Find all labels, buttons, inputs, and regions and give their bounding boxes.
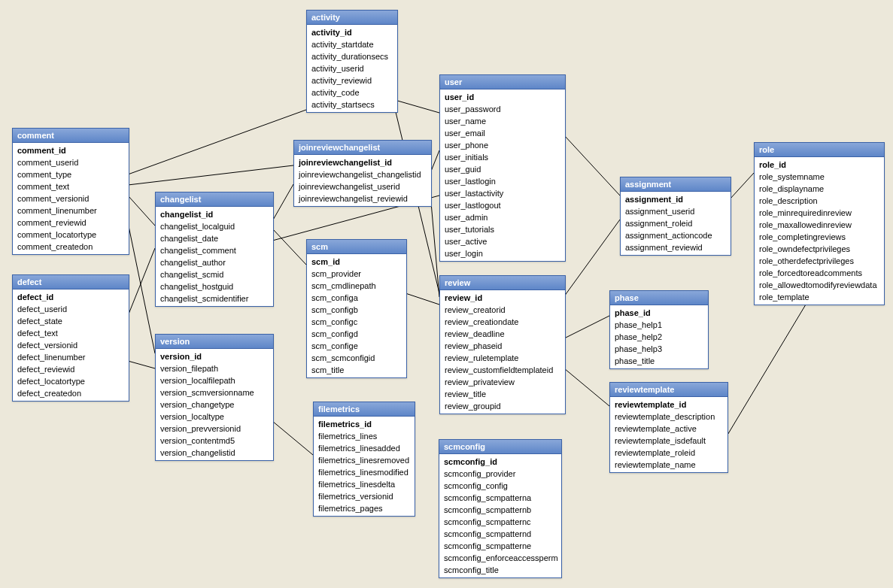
column-user_initials[interactable]: user_initials <box>440 151 565 163</box>
column-joinreviewchangelist_id[interactable]: joinreviewchangelist_id <box>294 156 431 168</box>
column-review_phaseid[interactable]: review_phaseid <box>440 340 565 352</box>
table-header[interactable]: scmconfig <box>439 440 561 454</box>
table-phase[interactable]: phasephase_idphase_help1phase_help2phase… <box>609 290 709 369</box>
column-reviewtemplate_id[interactable]: reviewtemplate_id <box>610 399 727 411</box>
table-header[interactable]: reviewtemplate <box>610 383 727 397</box>
column-role_allowedtomodifyreviewdata[interactable]: role_allowedtomodifyreviewdata <box>755 279 884 291</box>
column-filemetrics_versionid[interactable]: filemetrics_versionid <box>314 490 415 502</box>
column-changelist_id[interactable]: changelist_id <box>156 208 273 220</box>
column-assignment_reviewid[interactable]: assignment_reviewid <box>621 241 730 253</box>
table-header[interactable]: filemetrics <box>314 402 415 417</box>
column-scm_configd[interactable]: scm_configd <box>307 328 406 340</box>
column-comment_createdon[interactable]: comment_createdon <box>13 241 129 253</box>
column-user_admin[interactable]: user_admin <box>440 211 565 223</box>
table-header[interactable]: version <box>156 335 273 349</box>
column-comment_linenumber[interactable]: comment_linenumber <box>13 205 129 217</box>
column-review_privateview[interactable]: review_privateview <box>440 376 565 388</box>
column-reviewtemplate_name[interactable]: reviewtemplate_name <box>610 459 727 471</box>
table-header[interactable]: changelist <box>156 192 273 207</box>
column-reviewtemplate_roleid[interactable]: reviewtemplate_roleid <box>610 447 727 459</box>
column-review_creationdate[interactable]: review_creationdate <box>440 316 565 328</box>
column-changelist_scmid[interactable]: changelist_scmid <box>156 268 273 280</box>
column-activity_startdate[interactable]: activity_startdate <box>307 38 397 50</box>
column-scm_confige[interactable]: scm_confige <box>307 340 406 352</box>
table-activity[interactable]: activityactivity_idactivity_startdateact… <box>306 10 398 113</box>
column-review_title[interactable]: review_title <box>440 388 565 400</box>
table-header[interactable]: review <box>440 276 565 290</box>
column-scmconfig_id[interactable]: scmconfig_id <box>439 456 561 468</box>
table-comment[interactable]: commentcomment_idcomment_useridcomment_t… <box>12 128 129 255</box>
column-defect_createdon[interactable]: defect_createdon <box>13 387 129 399</box>
column-version_scmversionname[interactable]: version_scmversionname <box>156 386 273 399</box>
table-header[interactable]: phase <box>610 291 708 305</box>
column-scm_configa[interactable]: scm_configa <box>307 292 406 304</box>
column-user_tutorials[interactable]: user_tutorials <box>440 223 565 235</box>
column-version_prevversionid[interactable]: version_prevversionid <box>156 423 273 435</box>
column-version_localtype[interactable]: version_localtype <box>156 411 273 423</box>
column-assignment_roleid[interactable]: assignment_roleid <box>621 217 730 229</box>
column-comment_id[interactable]: comment_id <box>13 144 129 156</box>
column-defect_reviewid[interactable]: defect_reviewid <box>13 363 129 375</box>
column-changelist_hostguid[interactable]: changelist_hostguid <box>156 280 273 292</box>
column-changelist_date[interactable]: changelist_date <box>156 232 273 244</box>
column-phase_help2[interactable]: phase_help2 <box>610 331 708 343</box>
table-header[interactable]: joinreviewchangelist <box>294 141 431 155</box>
column-scm_id[interactable]: scm_id <box>307 256 406 268</box>
column-scmconfig_scmpatternb[interactable]: scmconfig_scmpatternb <box>439 504 561 516</box>
column-assignment_actioncode[interactable]: assignment_actioncode <box>621 229 730 241</box>
column-joinreviewchangelist_changelistid[interactable]: joinreviewchangelist_changelistid <box>294 168 431 180</box>
column-user_lastactivity[interactable]: user_lastactivity <box>440 187 565 199</box>
column-user_guid[interactable]: user_guid <box>440 163 565 175</box>
table-assignment[interactable]: assignmentassignment_idassignment_userid… <box>620 177 731 256</box>
column-changelist_scmidentifier[interactable]: changelist_scmidentifier <box>156 292 273 305</box>
column-role_id[interactable]: role_id <box>755 159 884 171</box>
column-role_template[interactable]: role_template <box>755 291 884 303</box>
table-scm[interactable]: scmscm_idscm_providerscm_cmdlinepathscm_… <box>306 239 407 378</box>
column-defect_versionid[interactable]: defect_versionid <box>13 339 129 351</box>
column-changelist_author[interactable]: changelist_author <box>156 256 273 268</box>
column-filemetrics_linesadded[interactable]: filemetrics_linesadded <box>314 442 415 454</box>
column-scmconfig_provider[interactable]: scmconfig_provider <box>439 468 561 480</box>
column-user_phone[interactable]: user_phone <box>440 139 565 151</box>
column-scm_configc[interactable]: scm_configc <box>307 316 406 328</box>
column-scmconfig_enforceaccessperm[interactable]: scmconfig_enforceaccessperm <box>439 552 561 564</box>
column-user_id[interactable]: user_id <box>440 91 565 103</box>
column-scmconfig_scmpatternd[interactable]: scmconfig_scmpatternd <box>439 528 561 540</box>
table-review[interactable]: reviewreview_idreview_creatoridreview_cr… <box>439 275 566 414</box>
column-assignment_id[interactable]: assignment_id <box>621 193 730 205</box>
column-defect_userid[interactable]: defect_userid <box>13 303 129 315</box>
table-filemetrics[interactable]: filemetricsfilemetrics_idfilemetrics_lin… <box>313 402 415 517</box>
column-filemetrics_id[interactable]: filemetrics_id <box>314 418 415 430</box>
table-changelist[interactable]: changelistchangelist_idchangelist_localg… <box>155 192 274 307</box>
column-filemetrics_linesremoved[interactable]: filemetrics_linesremoved <box>314 454 415 466</box>
column-role_maxallowedinreview[interactable]: role_maxallowedinreview <box>755 219 884 231</box>
table-header[interactable]: role <box>755 143 884 157</box>
column-role_description[interactable]: role_description <box>755 195 884 207</box>
table-role[interactable]: rolerole_idrole_systemnamerole_displayna… <box>754 142 885 305</box>
table-scmconfig[interactable]: scmconfigscmconfig_idscmconfig_providers… <box>439 439 562 578</box>
column-role_otherdefectprivileges[interactable]: role_otherdefectprivileges <box>755 255 884 267</box>
column-comment_userid[interactable]: comment_userid <box>13 156 129 168</box>
column-reviewtemplate_active[interactable]: reviewtemplate_active <box>610 423 727 435</box>
column-review_id[interactable]: review_id <box>440 292 565 304</box>
column-version_changelistid[interactable]: version_changelistid <box>156 447 273 459</box>
column-filemetrics_pages[interactable]: filemetrics_pages <box>314 502 415 514</box>
column-user_password[interactable]: user_password <box>440 103 565 115</box>
table-header[interactable]: assignment <box>621 177 730 192</box>
column-scmconfig_config[interactable]: scmconfig_config <box>439 480 561 492</box>
column-filemetrics_linesdelta[interactable]: filemetrics_linesdelta <box>314 478 415 490</box>
column-changelist_comment[interactable]: changelist_comment <box>156 244 273 256</box>
column-activity_durationsecs[interactable]: activity_durationsecs <box>307 50 397 62</box>
column-phase_help3[interactable]: phase_help3 <box>610 343 708 355</box>
column-defect_text[interactable]: defect_text <box>13 327 129 339</box>
column-user_login[interactable]: user_login <box>440 247 565 259</box>
column-defect_id[interactable]: defect_id <box>13 291 129 303</box>
column-assignment_userid[interactable]: assignment_userid <box>621 205 730 217</box>
column-scmconfig_scmpatterna[interactable]: scmconfig_scmpatterna <box>439 492 561 504</box>
table-header[interactable]: scm <box>307 240 406 254</box>
table-reviewtemplate[interactable]: reviewtemplatereviewtemplate_idreviewtem… <box>609 382 728 473</box>
column-comment_text[interactable]: comment_text <box>13 180 129 192</box>
column-scm_provider[interactable]: scm_provider <box>307 268 406 280</box>
table-header[interactable]: activity <box>307 11 397 25</box>
column-filemetrics_lines[interactable]: filemetrics_lines <box>314 430 415 442</box>
